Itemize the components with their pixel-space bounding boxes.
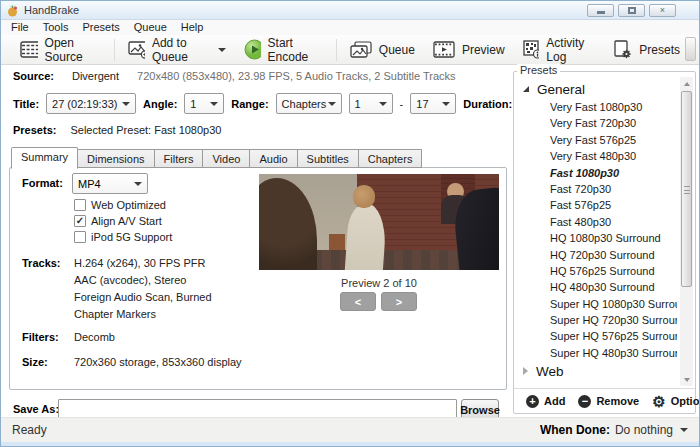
checkbox-checked-icon: [74, 215, 86, 227]
range-type-select[interactable]: Chapters: [276, 93, 342, 114]
chevron-down-icon: [328, 102, 336, 106]
tab-audio[interactable]: Audio: [250, 149, 297, 168]
tab-video[interactable]: Video: [203, 149, 250, 168]
preset-item[interactable]: Fast 480p30: [520, 214, 677, 230]
menu-presets[interactable]: Presets: [75, 20, 126, 35]
presets-toggle-button[interactable]: Presets: [604, 37, 689, 63]
open-source-button[interactable]: Open Source: [11, 37, 110, 63]
presets-footer: + Add − Remove ⚙ Options: [514, 388, 695, 413]
preset-item[interactable]: Super HQ 1080p30 Surround: [520, 296, 677, 312]
close-button[interactable]: ×: [649, 4, 676, 17]
title-select[interactable]: 27 (02:19:33): [46, 93, 136, 114]
filters-label: Filters:: [22, 331, 59, 343]
range-end-select[interactable]: 17: [410, 93, 456, 114]
close-icon: ×: [660, 6, 665, 15]
preset-add-label: Add: [544, 395, 565, 407]
preset-add-button[interactable]: + Add: [526, 395, 565, 408]
format-select[interactable]: MP4: [72, 173, 148, 194]
preset-item[interactable]: HQ 720p30 Surround: [520, 247, 677, 263]
menu-tools[interactable]: Tools: [36, 20, 76, 35]
tab-summary[interactable]: Summary: [11, 147, 78, 169]
presets-tree: General Very Fast 1080p30 Very Fast 720p…: [520, 79, 677, 387]
status-bar: Ready When Done: Do nothing: [1, 417, 699, 442]
duration-label: Duration:: [463, 98, 512, 110]
range-end-value: 17: [416, 98, 428, 110]
preset-item[interactable]: HQ 1080p30 Surround: [520, 230, 677, 246]
title-value: 27 (02:19:33): [52, 98, 117, 110]
source-details: 720x480 (853x480), 23.98 FPS, 5 Audio Tr…: [137, 70, 456, 82]
preview-prev-button[interactable]: <: [340, 292, 376, 311]
source-row: Source: Divergent 720x480 (853x480), 23.…: [13, 70, 456, 82]
maximize-button[interactable]: [618, 4, 645, 17]
presets-icon: [613, 40, 632, 59]
queue-button[interactable]: Queue: [341, 37, 424, 63]
preset-group-general[interactable]: General: [520, 79, 677, 99]
collapsed-triangle-icon: [523, 367, 528, 375]
presets-scrollbar[interactable]: [680, 77, 693, 386]
save-as-input[interactable]: [58, 399, 457, 419]
scroll-up-button[interactable]: [680, 77, 693, 90]
preset-options-label: Options: [671, 395, 700, 407]
presets-panel-title: Presets: [517, 64, 560, 76]
preset-item[interactable]: Super HQ 480p30 Surround: [520, 345, 677, 361]
when-done-label: When Done:: [540, 423, 610, 437]
range-start-select[interactable]: 1: [349, 93, 393, 114]
tab-subtitles[interactable]: Subtitles: [298, 149, 359, 168]
range-label: Range:: [231, 98, 268, 110]
preview-figure: [353, 185, 376, 208]
start-encode-button[interactable]: Start Encode: [235, 37, 332, 63]
preset-group-web[interactable]: Web: [520, 361, 677, 381]
preset-item[interactable]: Very Fast 720p30: [520, 115, 677, 131]
scrollbar-thumb[interactable]: [681, 91, 692, 287]
maximize-icon: [628, 7, 636, 14]
window-title: HandBrake: [24, 4, 79, 16]
chevron-down-icon: [210, 102, 218, 106]
tab-filters[interactable]: Filters: [155, 149, 204, 168]
when-done-value[interactable]: Do nothing: [615, 423, 673, 437]
tab-bar: Summary Dimensions Filters Video Audio S…: [11, 149, 422, 169]
angle-select[interactable]: 1: [184, 93, 224, 114]
preset-item[interactable]: Fast 720p30: [520, 181, 677, 197]
ipod-5g-checkbox[interactable]: iPod 5G Support: [74, 231, 172, 243]
minimize-button[interactable]: [587, 4, 614, 17]
preview-caption: Preview 2 of 10: [259, 277, 499, 289]
size-value: 720x360 storage, 853x360 display: [74, 356, 242, 368]
activity-log-label: Activity Log: [546, 36, 595, 64]
preset-item[interactable]: Very Fast 576p25: [520, 132, 677, 148]
preset-item[interactable]: Super HQ 720p30 Surround: [520, 312, 677, 328]
presets-panel-box: General Very Fast 1080p30 Very Fast 720p…: [513, 71, 696, 414]
preview-button[interactable]: Preview: [424, 37, 514, 63]
activity-log-button[interactable]: Activity Log: [514, 37, 605, 63]
preset-options-button[interactable]: ⚙ Options: [652, 395, 700, 408]
angle-label: Angle:: [143, 98, 177, 110]
preset-item[interactable]: HQ 480p30 Surround: [520, 279, 677, 295]
presets-label: Presets:: [13, 124, 56, 136]
align-av-start-checkbox[interactable]: Align A/V Start: [74, 215, 162, 227]
tab-chapters[interactable]: Chapters: [359, 149, 423, 168]
preset-item[interactable]: Very Fast 480p30: [520, 148, 677, 164]
preset-item[interactable]: Fast 576p25: [520, 197, 677, 213]
preview-next-button[interactable]: >: [381, 292, 417, 311]
handbrake-logo-icon: [6, 4, 19, 17]
preset-item[interactable]: HQ 576p25 Surround: [520, 263, 677, 279]
preset-remove-button[interactable]: − Remove: [578, 395, 639, 408]
tracks-label: Tracks:: [22, 257, 61, 269]
chevron-down-icon: [680, 428, 688, 432]
scroll-down-button[interactable]: [680, 373, 693, 386]
preset-item[interactable]: Very Fast 1080p30: [520, 99, 677, 115]
tab-dimensions[interactable]: Dimensions: [78, 149, 154, 168]
window-bottom-edge: [1, 442, 699, 446]
handbrake-window: HandBrake × File Tools Presets Queue Hel…: [0, 0, 700, 447]
menu-queue[interactable]: Queue: [127, 20, 174, 35]
menu-help[interactable]: Help: [174, 20, 211, 35]
chevron-down-icon: [134, 182, 142, 186]
add-to-queue-button[interactable]: Add to Queue: [119, 37, 235, 63]
preset-group-label: General: [537, 82, 585, 97]
status-text: Ready: [12, 423, 47, 437]
preset-item-selected[interactable]: Fast 1080p30: [520, 165, 677, 181]
preset-item[interactable]: Super HQ 576p25 Surround: [520, 328, 677, 344]
selected-preset-row: Presets: Selected Preset: Fast 1080p30: [13, 124, 221, 136]
menu-file[interactable]: File: [4, 20, 36, 35]
web-optimized-checkbox[interactable]: Web Optimized: [74, 199, 166, 211]
add-to-queue-label: Add to Queue: [152, 36, 209, 64]
